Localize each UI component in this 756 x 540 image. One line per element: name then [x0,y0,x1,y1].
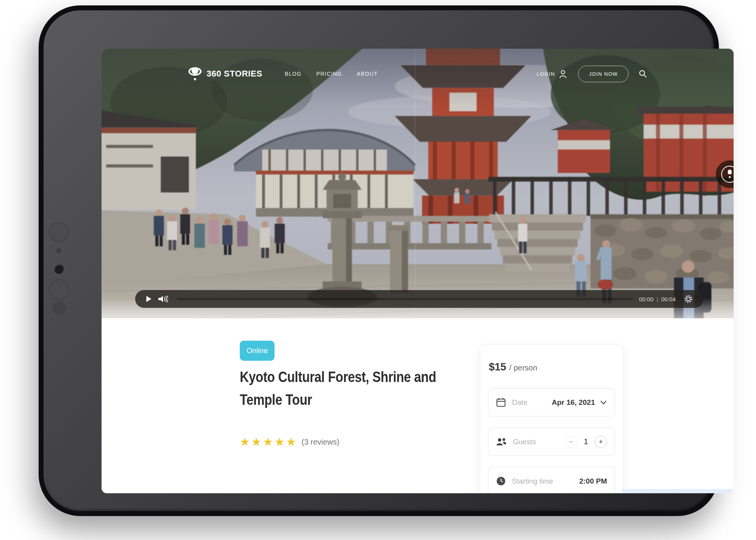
gyroscope-icon [721,166,734,183]
top-navbar: 360 STORIES BLOG PRICING ABOUT LOGIN [102,59,734,88]
volume-button[interactable] [155,295,171,303]
login-button[interactable]: LOGIN [537,70,567,78]
guests-stepper: − 1 + [565,436,607,448]
decrease-guests-button[interactable]: − [565,436,577,448]
play-icon [146,295,152,302]
nav-item-about[interactable]: ABOUT [357,71,378,77]
current-time: 00:00 [639,296,654,302]
brand-logo[interactable]: 360 STORIES [188,66,263,82]
nav-item-pricing[interactable]: PRICING [316,71,342,77]
bezel-sensor-dot [49,279,69,299]
login-label: LOGIN [537,71,555,77]
bezel-sensor-dot [49,222,69,242]
price-row: $15 / person [489,361,537,373]
hero-video-panorama[interactable]: 360 STORIES BLOG PRICING ABOUT LOGIN [102,49,734,318]
starting-time-value: 2:00 PM [579,477,607,486]
starting-time-field[interactable]: Starting time 2:00 PM [488,467,615,493]
rating-row: ★★★★★ (3 reviews) [240,436,339,448]
listing-section: Online Kyoto Cultural Forest, Shrine and… [102,318,734,493]
player-settings-button[interactable] [681,295,696,303]
booking-card: $15 / person Date Apr 16, 2021 [480,345,623,493]
nav-right-group: LOGIN JOIN NOW [537,66,647,82]
increase-guests-button[interactable]: + [595,436,607,448]
status-badge: Online [240,341,275,361]
play-button[interactable] [143,295,155,302]
video-time: 00:00 | 00:04 [639,296,676,302]
search-button[interactable] [639,70,647,78]
guests-icon [496,437,507,447]
clock-icon [496,476,506,486]
date-label: Date [512,398,527,407]
next-section-edge [622,489,734,493]
date-value: Apr 16, 2021 [552,398,595,407]
video-player-bar: 00:00 | 00:04 [135,290,703,308]
calendar-icon [496,397,506,407]
nav-links: BLOG PRICING ABOUT [285,71,378,77]
guests-field: Guests − 1 + [488,428,615,456]
front-camera-lens [54,264,64,274]
gear-icon [684,295,693,303]
video-progress-bar[interactable] [177,298,633,300]
chevron-down-icon [600,400,607,405]
360-stories-logo-icon [188,66,202,82]
date-picker-field[interactable]: Date Apr 16, 2021 [488,388,615,416]
duration: 00:04 [661,296,676,302]
bezel-sensor-dot [52,301,66,315]
bezel-sensor-dot [56,248,61,253]
reviews-count[interactable]: (3 reviews) [302,438,339,447]
volume-icon [158,295,168,303]
join-now-button[interactable]: JOIN NOW [578,66,629,82]
page-title: Kyoto Cultural Forest, Shrine and Temple… [240,365,450,411]
user-icon [559,70,567,78]
nav-item-blog[interactable]: BLOG [285,71,302,77]
search-icon [639,70,647,78]
star-rating: ★★★★★ [240,436,298,448]
time-separator: | [657,296,658,302]
starting-time-label: Starting time [512,477,553,486]
brand-name: 360 STORIES [207,69,263,79]
guests-label: Guests [513,438,536,446]
price-unit: / person [509,363,537,372]
price-value: $15 [489,361,506,373]
tablet-device-frame: 360 STORIES BLOG PRICING ABOUT LOGIN [39,5,719,516]
guests-count: 1 [584,437,588,446]
tablet-screen: 360 STORIES BLOG PRICING ABOUT LOGIN [102,49,734,493]
